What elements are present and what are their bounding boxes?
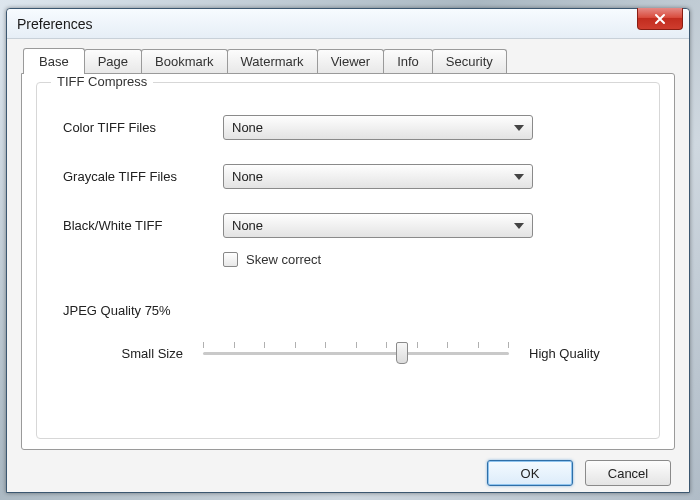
chevron-down-icon: [514, 125, 524, 131]
bw-tiff-value: None: [232, 218, 514, 233]
jpeg-quality-label: JPEG Quality 75%: [63, 303, 639, 318]
slider-row: Small Size High Quality: [63, 340, 639, 366]
row-grayscale: Graycale TIFF Files None: [63, 164, 639, 189]
skew-correct-checkbox[interactable]: [223, 252, 238, 267]
row-skew: Skew correct: [223, 252, 639, 267]
gray-tiff-value: None: [232, 169, 514, 184]
client-area: Base Page Bookmark Watermark Viewer Info…: [7, 39, 689, 492]
tiff-compress-group: TIFF Compress Color TIFF Files None Gray…: [36, 82, 660, 439]
close-icon: [654, 13, 666, 25]
tab-page[interactable]: Page: [84, 49, 142, 73]
window-title: Preferences: [17, 16, 92, 32]
titlebar: Preferences: [7, 9, 689, 39]
row-color: Color TIFF Files None: [63, 115, 639, 140]
tab-watermark[interactable]: Watermark: [227, 49, 318, 73]
slider-track: [203, 352, 509, 355]
row-bw: Black/White TIFF None: [63, 213, 639, 238]
chevron-down-icon: [514, 174, 524, 180]
close-button[interactable]: [637, 8, 683, 30]
tab-viewer[interactable]: Viewer: [317, 49, 385, 73]
bw-tiff-label: Black/White TIFF: [63, 218, 223, 233]
color-tiff-value: None: [232, 120, 514, 135]
button-bar: OK Cancel: [21, 450, 675, 486]
ok-button[interactable]: OK: [487, 460, 573, 486]
bw-tiff-dropdown[interactable]: None: [223, 213, 533, 238]
color-tiff-label: Color TIFF Files: [63, 120, 223, 135]
jpeg-quality-slider[interactable]: [203, 340, 509, 366]
preferences-window: Preferences Base Page Bookmark Watermark…: [6, 8, 690, 493]
gray-tiff-dropdown[interactable]: None: [223, 164, 533, 189]
skew-correct-label: Skew correct: [246, 252, 321, 267]
tab-info[interactable]: Info: [383, 49, 433, 73]
slider-max-label: High Quality: [509, 346, 639, 361]
tab-base[interactable]: Base: [23, 48, 85, 74]
cancel-button[interactable]: Cancel: [585, 460, 671, 486]
tab-bookmark[interactable]: Bookmark: [141, 49, 228, 73]
color-tiff-dropdown[interactable]: None: [223, 115, 533, 140]
tabstrip: Base Page Bookmark Watermark Viewer Info…: [21, 47, 675, 73]
chevron-down-icon: [514, 223, 524, 229]
slider-ticks: [203, 342, 509, 350]
tab-panel: TIFF Compress Color TIFF Files None Gray…: [21, 73, 675, 450]
slider-min-label: Small Size: [63, 346, 203, 361]
slider-thumb[interactable]: [396, 342, 408, 364]
tab-security[interactable]: Security: [432, 49, 507, 73]
gray-tiff-label: Graycale TIFF Files: [63, 169, 223, 184]
group-title: TIFF Compress: [51, 74, 153, 89]
